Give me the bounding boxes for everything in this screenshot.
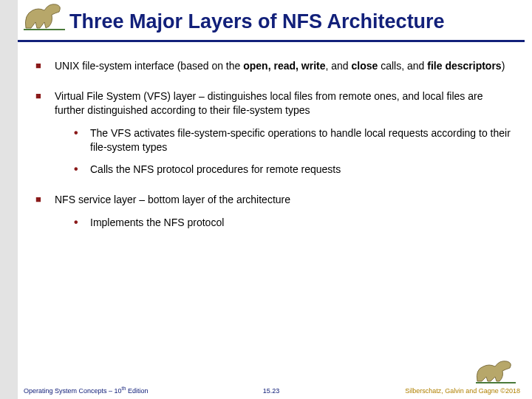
left-stripe (0, 0, 18, 399)
sub-bullet-item: • Implements the NFS protocol (74, 216, 511, 230)
text-bold: close (352, 60, 378, 72)
square-bullet-icon: ■ (35, 59, 55, 73)
slide-title: Three Major Layers of NFS Architecture (69, 6, 523, 38)
slide-header: Three Major Layers of NFS Architecture (18, 6, 532, 38)
slide-footer: Operating System Concepts – 10th Edition… (18, 380, 525, 395)
bullet-item: ■ NFS service layer – bottom layer of th… (35, 193, 511, 230)
bullet-text: Virtual File System (VFS) layer – distin… (55, 89, 511, 177)
bullet-text: NFS service layer – bottom layer of the … (55, 193, 511, 230)
footer-copyright: Silberschatz, Galvin and Gagne ©2018 (405, 387, 520, 395)
text-run: calls, and (378, 60, 427, 72)
sub-bullet-text: Calls the NFS protocol procedures for re… (90, 163, 511, 177)
text-run: ) (502, 60, 505, 72)
text-run: UNIX file-system interface (based on the (55, 60, 243, 72)
dot-bullet-icon: • (74, 163, 90, 177)
square-bullet-icon: ■ (35, 193, 55, 230)
title-rule (18, 40, 525, 42)
slide-body: ■ UNIX file-system interface (based on t… (35, 59, 511, 369)
text-bold: file descriptors (427, 60, 501, 72)
text-run: Virtual File System (VFS) layer – distin… (55, 90, 482, 116)
square-bullet-icon: ■ (35, 89, 55, 177)
bullet-item: ■ Virtual File System (VFS) layer – dist… (35, 89, 511, 177)
dot-bullet-icon: • (74, 126, 90, 154)
bullet-item: ■ UNIX file-system interface (based on t… (35, 59, 511, 73)
sub-bullet-text: Implements the NFS protocol (90, 216, 511, 230)
sub-bullet-item: • Calls the NFS protocol procedures for … (74, 163, 511, 177)
dot-bullet-icon: • (74, 216, 90, 230)
bullet-text: UNIX file-system interface (based on the… (55, 59, 511, 73)
sub-bullet-text: The VFS activates file-system-specific o… (90, 126, 511, 154)
sub-bullet-item: • The VFS activates file-system-specific… (74, 126, 511, 154)
text-run: , and (325, 60, 351, 72)
text-run: NFS service layer – bottom layer of the … (55, 194, 290, 205)
text-bold: open, read, write (243, 60, 325, 72)
